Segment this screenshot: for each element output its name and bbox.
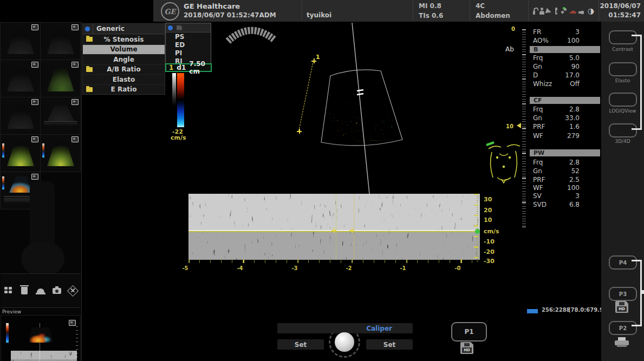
param-label: D [533, 72, 538, 79]
3d4d-button[interactable] [609, 123, 637, 137]
menu-header[interactable]: Generic [83, 24, 165, 34]
thumbnail-color[interactable] [41, 135, 80, 172]
preview-colorbar [6, 323, 9, 343]
preview-spectrum [11, 351, 77, 361]
depth-ruler-top: 0 [511, 26, 515, 32]
select-icon [71, 99, 79, 105]
p3-button[interactable]: P3 [609, 287, 637, 301]
measurement-index: 1 [169, 64, 173, 71]
param-pw-sv: SV3 [533, 193, 580, 200]
contrast-button[interactable] [609, 30, 637, 44]
preview-thumbnail[interactable] [1, 316, 80, 361]
time-caliper-1[interactable] [336, 194, 336, 260]
thumbnail-dark[interactable] [1, 97, 40, 134]
p-bracket-bottom [632, 325, 640, 326]
caliper-end-marker[interactable] [297, 129, 302, 134]
baseline-marker[interactable] [475, 229, 480, 234]
mi-value: MI 0.8 [419, 2, 441, 10]
velocity-tick: -30 [484, 258, 495, 265]
mode-bracket [640, 35, 642, 130]
param-value: 2.8 [569, 159, 580, 166]
time-tick: -3 [290, 265, 300, 271]
p-bracket-top [632, 260, 640, 261]
trackball[interactable] [335, 332, 354, 352]
depth-ruler-mid: 10 [506, 123, 513, 129]
set-left-softkey[interactable]: Set [277, 339, 324, 350]
menu-bullet-icon [85, 27, 90, 31]
thumb-image [7, 105, 34, 129]
thumbnail-dark[interactable] [1, 23, 40, 60]
probe-silhouette [30, 181, 55, 252]
dropdown-item-ed[interactable]: ED [166, 41, 211, 49]
preset-name: Abdomen [476, 12, 510, 19]
elasto-label: Elasto [601, 78, 644, 83]
menu-item-volume[interactable]: Volume [83, 44, 165, 55]
speckle-overlay [321, 71, 402, 142]
preview-select-icon [69, 320, 76, 326]
patient-name: tyuikoi [307, 11, 331, 19]
set-right-softkey[interactable]: Set [366, 339, 413, 350]
p4-button[interactable]: P4 [609, 255, 637, 270]
elasto-button[interactable] [609, 62, 637, 76]
param-value: 17.0 [565, 72, 580, 79]
spectral-marker-2[interactable] [349, 228, 354, 233]
time-tick: -2 [344, 265, 354, 271]
thumbnail-color[interactable] [1, 135, 40, 172]
menu-item-ab-ratio[interactable]: A/B Ratio [83, 64, 165, 75]
mode-bracket-top [632, 35, 640, 36]
set-right-label: Set [366, 341, 413, 349]
delete-button[interactable] [17, 284, 31, 297]
archive-button[interactable] [34, 284, 48, 297]
time-caliper-2[interactable] [354, 194, 354, 260]
menu-item-angle[interactable]: Angle [83, 54, 165, 64]
p1-button[interactable]: P1 [451, 322, 487, 342]
dropdown-item-pi[interactable]: PI [166, 49, 211, 57]
thumbnail-dark[interactable] [1, 60, 40, 97]
param-value: Off [570, 81, 580, 88]
time-tick: -5 [180, 265, 190, 271]
param-label: Frq [533, 106, 543, 113]
probe-section[interactable]: 4C Abdomen [470, 0, 528, 22]
menu-item-e-ratio[interactable]: E Ratio [83, 84, 165, 95]
thumbnail-strip[interactable] [41, 97, 80, 134]
patient-section[interactable]: tyuikoi [302, 0, 413, 22]
thumbnail-dark[interactable] [41, 23, 80, 60]
cine-progress[interactable] [527, 309, 538, 313]
spectral-marker-1[interactable] [331, 228, 336, 233]
depth-ruler [522, 29, 526, 227]
p3-hd-save-icon: HD [615, 301, 628, 313]
thumbnail-green[interactable] [41, 60, 80, 97]
color-doppler-roi[interactable] [321, 71, 402, 142]
param-b-gn: Gn90 [533, 63, 580, 70]
param-value: 6.8 [569, 201, 580, 208]
p1-hd-save-icon: HD [460, 342, 473, 354]
p2-button[interactable]: P2 [609, 321, 637, 335]
dropdown-header[interactable] [166, 23, 211, 32]
dropdown-item-label: PI [175, 49, 182, 57]
dropdown-item-ps[interactable]: PS [166, 32, 211, 41]
transducer-arc [228, 30, 274, 41]
layout-grid-button[interactable] [2, 284, 16, 297]
current-time: 01:52:47 [608, 11, 641, 19]
param-b-whizz: WhizzOff [533, 81, 580, 88]
param-value: 100 [567, 185, 580, 192]
focus-marker[interactable] [517, 123, 521, 128]
param-pw-gn: Gn52 [533, 168, 580, 175]
measurement-value: 7.50 cm [189, 60, 211, 75]
param-value: 100 [567, 37, 580, 44]
right-button-rail: Contrast Elasto LOGIQView 3D/4D P4 P3 HD… [601, 22, 644, 361]
spectral-noise [188, 194, 480, 260]
param-value: 2.8 [569, 106, 580, 113]
3d4d-label: 3D/4D [601, 139, 644, 144]
contrast-label: Contrast [601, 47, 644, 52]
move-button[interactable] [66, 284, 80, 297]
p-bracket-stub [642, 290, 644, 294]
param-label: AO% [533, 37, 549, 44]
export-button[interactable] [50, 284, 64, 297]
param-label: Gn [533, 63, 542, 70]
param-label: WF [533, 185, 543, 192]
menu-item-elasto[interactable]: Elasto [83, 74, 165, 84]
param-pw-frq: Frq2.8 [533, 159, 580, 166]
logiqview-button[interactable] [609, 93, 637, 107]
menu-item-stenosis[interactable]: % Stenosis [83, 34, 165, 44]
